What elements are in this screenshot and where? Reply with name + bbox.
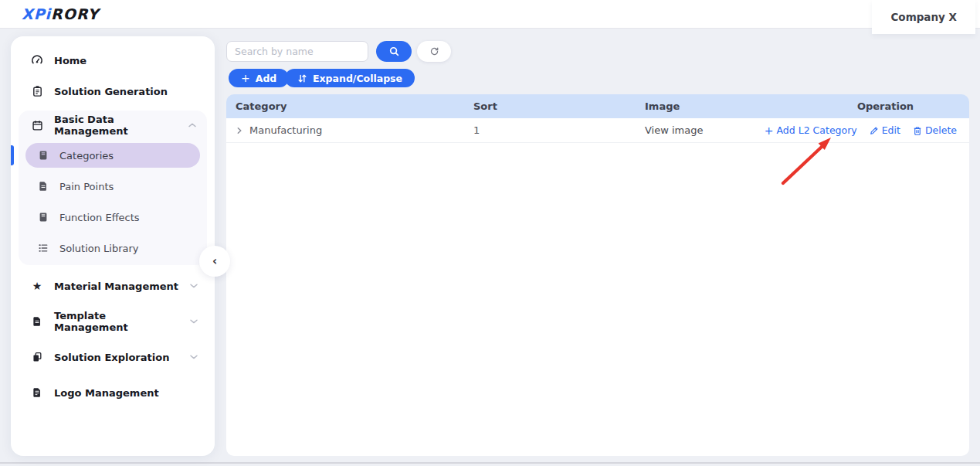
sidebar-item-label: Solution Generation: [54, 86, 168, 97]
file-icon: [31, 315, 43, 328]
sidebar-group-basic-data: Basic Data Management Categories Pa: [19, 111, 207, 265]
expand-collapse-button[interactable]: Expand/Collapse: [285, 69, 415, 87]
sidebar-item-logo-management[interactable]: Logo Management: [11, 381, 215, 404]
star-icon: ★: [31, 280, 43, 292]
sidebar-item-basic-data-management[interactable]: Basic Data Management: [19, 114, 207, 137]
list-icon: [37, 243, 49, 254]
add-l2-category-label: Add L2 Category: [777, 124, 857, 136]
table-header-row: Category Sort Image Operation: [226, 94, 969, 118]
sidebar-item-solution-exploration[interactable]: Solution Exploration: [11, 345, 215, 369]
sidebar-item-material-management[interactable]: ★ Material Management: [11, 274, 215, 298]
chevron-up-icon: [188, 123, 196, 128]
sidebar-item-pain-points[interactable]: Pain Points: [25, 175, 200, 197]
calendar-icon: [31, 119, 43, 131]
plus-icon: +: [241, 73, 250, 83]
row-expand-chevron-icon[interactable]: [236, 127, 243, 134]
sidebar-item-label: Solution Library: [59, 243, 139, 254]
add-button-label: Add: [256, 73, 277, 84]
add-l2-category-link[interactable]: + Add L2 Category: [765, 124, 857, 136]
book-icon: [37, 150, 49, 162]
active-item-accent-bar: [11, 145, 14, 165]
sidebar-item-label: Material Management: [54, 281, 178, 292]
sidebar-collapse-button[interactable]: ‹: [199, 246, 230, 277]
category-name: Manufacturing: [249, 124, 322, 136]
sidebar-item-solution-library[interactable]: Solution Library: [25, 237, 200, 259]
sidebar-item-solution-generation[interactable]: Solution Generation: [11, 80, 215, 103]
sidebar-item-label: Categories: [59, 150, 114, 162]
chevron-down-icon: [190, 355, 198, 359]
expand-collapse-label: Expand/Collapse: [313, 73, 402, 84]
sidebar-item-categories[interactable]: Categories: [25, 143, 200, 168]
horizontal-scrollbar-track[interactable]: [0, 462, 980, 464]
table-body: Manufacturing 1 View image + Add L2 Cate…: [226, 118, 969, 456]
file-text-icon: [31, 386, 43, 399]
sort-arrows-icon: [297, 73, 307, 83]
sidebar-item-function-effects[interactable]: Function Effects: [25, 206, 200, 228]
column-header-sort: Sort: [464, 100, 636, 112]
logo-text-accent: XPi: [22, 5, 51, 22]
column-header-operation: Operation: [802, 100, 969, 112]
edit-link[interactable]: Edit: [870, 124, 900, 136]
edit-label: Edit: [882, 124, 900, 136]
categories-table: Category Sort Image Operation Manufactur…: [226, 94, 969, 456]
search-input[interactable]: [226, 41, 368, 62]
refresh-button[interactable]: [417, 41, 451, 62]
chevron-down-icon: [190, 284, 198, 288]
logo-text: RORY: [51, 5, 99, 22]
delete-label: Delete: [925, 124, 957, 136]
refresh-icon: [429, 46, 439, 56]
sidebar-item-label: Function Effects: [59, 212, 140, 223]
delete-link[interactable]: Delete: [913, 124, 957, 136]
sidebar-item-label: Logo Management: [54, 387, 159, 399]
table-row[interactable]: Manufacturing 1 View image + Add L2 Cate…: [226, 118, 969, 143]
add-button[interactable]: + Add: [229, 69, 289, 87]
company-selector[interactable]: Company X: [872, 0, 975, 34]
operation-cell: + Add L2 Category Edit: [802, 124, 969, 136]
collapse-chevron-icon: ‹: [212, 254, 217, 268]
clipboard-pen-icon: [31, 85, 43, 97]
column-header-category: Category: [226, 100, 464, 112]
top-header: XPiRORY: [0, 0, 980, 29]
sort-cell: 1: [464, 124, 636, 136]
sidebar-item-home[interactable]: Home: [11, 49, 215, 72]
sidebar-item-label: Home: [54, 55, 86, 66]
sidebar: Home Solution Generation Basic Data Mana…: [11, 36, 215, 456]
copy-icon: [31, 351, 43, 363]
sidebar-item-label: Basic Data Management: [54, 114, 178, 137]
sidebar-item-template-management[interactable]: Template Management: [11, 310, 215, 333]
book-icon: [37, 212, 49, 223]
sidebar-item-label: Template Management: [54, 310, 179, 333]
chevron-down-icon: [190, 319, 198, 324]
search-button[interactable]: [376, 41, 412, 62]
gauge-icon: [31, 54, 43, 66]
company-label: Company X: [890, 11, 957, 23]
sidebar-item-label: Solution Exploration: [54, 352, 169, 363]
trash-icon: [913, 126, 922, 135]
file-icon: [37, 181, 49, 192]
category-cell: Manufacturing: [226, 124, 464, 136]
search-icon: [388, 46, 400, 57]
pencil-icon: [870, 126, 879, 135]
sidebar-item-label: Pain Points: [59, 181, 114, 192]
column-header-image: Image: [636, 100, 802, 112]
app-logo: XPiRORY: [22, 5, 99, 22]
plus-icon: +: [765, 125, 774, 136]
